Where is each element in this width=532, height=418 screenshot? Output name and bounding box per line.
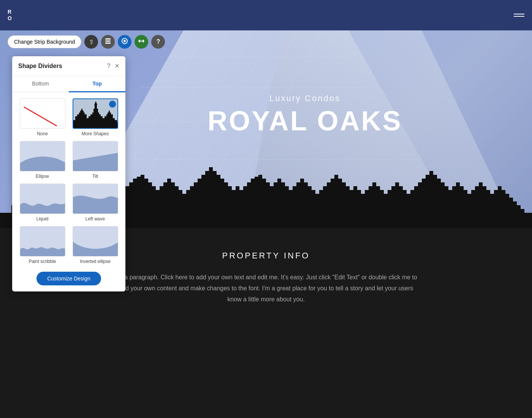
- shape-invertedellipse-item[interactable]: Inverted ellipse: [71, 226, 119, 264]
- paintscribble-thumbnail: [20, 226, 65, 256]
- shape-leftwave-label: Left wave: [86, 216, 105, 222]
- panel-actions: ? ×: [107, 62, 119, 70]
- refresh-icon: ↻: [109, 101, 116, 108]
- shape-tilt-preview: [73, 141, 118, 171]
- hero-title: ROYAL OAKS: [207, 107, 402, 135]
- change-strip-button[interactable]: Change Strip Background: [8, 35, 81, 48]
- tab-bottom[interactable]: Bottom: [12, 76, 69, 92]
- leftwave-thumbnail: [73, 184, 118, 214]
- hero-subtitle: Luxury Condos: [207, 93, 402, 103]
- shape-grid: None ↻ More Shapes E: [12, 92, 125, 270]
- shape-invertedellipse-preview: [73, 226, 118, 256]
- shape-tilt-item[interactable]: Tilt: [71, 141, 119, 179]
- shape-invertedellipse-label: Inverted ellipse: [80, 259, 111, 264]
- shape-paintscribble-label: Paint scribble: [28, 259, 56, 264]
- panel-tabs: Bottom Top: [12, 76, 125, 92]
- shape-none-label: None: [37, 131, 48, 136]
- ellipse-thumbnail: [20, 141, 65, 171]
- shape-none-item[interactable]: None: [18, 98, 66, 136]
- shape-dividers-panel: Shape Dividers ? × Bottom Top None: [12, 56, 125, 291]
- arrows-icon: [138, 38, 145, 46]
- crop-button[interactable]: [118, 35, 131, 49]
- crop-icon: [121, 38, 128, 46]
- help-button[interactable]: ?: [151, 35, 165, 49]
- shape-tilt-label: Tilt: [92, 174, 98, 179]
- shape-leftwave-preview: [73, 184, 118, 214]
- property-info-text: I'm a paragraph. Click here to add your …: [114, 272, 418, 305]
- shape-ellipse-preview: [20, 141, 65, 171]
- logo: R O: [8, 9, 12, 22]
- panel-help-button[interactable]: ?: [107, 63, 110, 70]
- shape-more-item[interactable]: ↻ More Shapes: [71, 98, 119, 136]
- shape-liquid-label: Liquid: [36, 216, 48, 222]
- help-icon: ?: [156, 38, 160, 45]
- hamburger-menu[interactable]: [514, 14, 524, 17]
- svg-point-4: [124, 40, 126, 42]
- shape-liquid-item[interactable]: Liquid: [18, 184, 66, 222]
- more-shapes-thumbnail: [73, 99, 118, 129]
- chevron-up-button[interactable]: ⇧: [84, 35, 98, 49]
- tilt-thumbnail: [73, 141, 118, 171]
- chevron-up-icon: ⇧: [89, 38, 94, 46]
- liquid-thumbnail: [20, 184, 65, 214]
- shape-leftwave-item[interactable]: Left wave: [71, 184, 119, 222]
- invertedellipse-thumbnail: [73, 226, 118, 256]
- shape-paintscribble-item[interactable]: Paint scribble: [18, 226, 66, 264]
- shape-ellipse-item[interactable]: Ellipse: [18, 141, 66, 179]
- svg-rect-2: [105, 43, 111, 44]
- shape-more-label: More Shapes: [82, 131, 109, 136]
- layers-button[interactable]: [101, 35, 115, 49]
- panel-title: Shape Dividers: [18, 63, 62, 70]
- arrows-button[interactable]: [135, 35, 148, 49]
- toolbar: Change Strip Background ⇧ ?: [8, 30, 165, 53]
- none-line: [24, 106, 57, 127]
- top-bar: R O: [0, 0, 532, 30]
- shape-paintscribble-preview: [20, 226, 65, 256]
- shape-ellipse-label: Ellipse: [36, 174, 49, 179]
- layers-icon: [104, 38, 111, 46]
- shape-liquid-preview: [20, 184, 65, 214]
- hero-text-block: Luxury Condos ROYAL OAKS: [207, 93, 402, 135]
- shape-more-preview: ↻: [73, 98, 118, 129]
- panel-close-button[interactable]: ×: [115, 62, 119, 70]
- svg-rect-0: [105, 38, 111, 40]
- shape-none-preview: [20, 98, 65, 129]
- property-info-title: PROPERTY INFO: [222, 251, 310, 261]
- panel-header: Shape Dividers ? ×: [12, 56, 125, 76]
- svg-rect-1: [105, 41, 111, 42]
- customize-design-button[interactable]: Customize Design: [36, 272, 101, 285]
- tab-top[interactable]: Top: [69, 76, 125, 92]
